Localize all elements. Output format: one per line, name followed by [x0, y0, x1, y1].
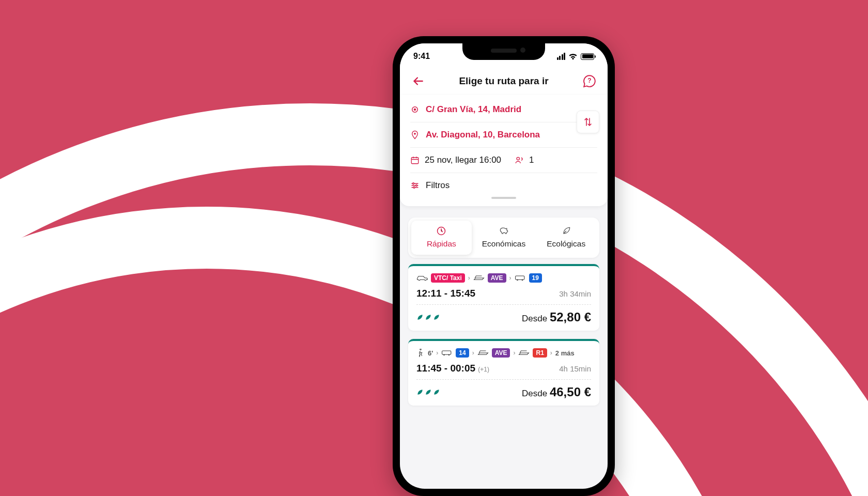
svg-point-5: [517, 157, 519, 160]
leaf-icon: [433, 389, 440, 396]
train-icon: [518, 349, 530, 357]
pin-icon: [410, 130, 420, 140]
svg-point-3: [414, 133, 416, 135]
svg-text:?: ?: [587, 77, 591, 84]
swap-button[interactable]: [577, 111, 599, 133]
app-screen: 9:41 Elige tu ruta para ir ? C/ Gran Vía…: [400, 43, 608, 489]
chevron-right-icon: ›: [468, 274, 470, 282]
result-card[interactable]: 6' › 14 › AVE › R1 › 2 más 11:45 - 00:05…: [408, 339, 599, 406]
leaf-icon: [416, 389, 424, 396]
segment-badge: 14: [456, 348, 469, 358]
leaf-icon: [416, 314, 424, 321]
svg-point-2: [414, 109, 416, 111]
day-offset: (+1): [478, 366, 489, 373]
divider: [416, 379, 591, 380]
filters-icon: [410, 181, 420, 190]
tab-fast-label: Rápidas: [427, 239, 456, 248]
eco-rating: [416, 314, 440, 321]
chevron-right-icon: ›: [472, 349, 474, 357]
destination-field[interactable]: Av. Diagonal, 10, Barcelona: [410, 122, 597, 148]
passengers-field[interactable]: 1: [515, 155, 534, 165]
walk-duration: 6': [428, 349, 433, 357]
leaf-icon: [425, 389, 432, 396]
chevron-right-icon: ›: [550, 349, 552, 357]
walk-icon: [416, 349, 425, 357]
route-segments: VTC/ Taxi › AVE › 19: [416, 273, 591, 283]
departure-arrival-time: 11:45 - 00:05 (+1): [416, 363, 489, 374]
train-icon: [473, 274, 485, 282]
wifi-icon: [568, 53, 578, 60]
search-card: C/ Gran Vía, 14, Madrid Av. Diagonal, 10…: [400, 95, 608, 206]
help-chat-icon[interactable]: ?: [583, 74, 596, 88]
sort-tabs: Rápidas Económicas Ecológicas: [408, 218, 599, 258]
bus-icon: [515, 274, 526, 282]
duration: 4h 15min: [559, 364, 591, 373]
leaf-icon: [433, 314, 440, 321]
svg-rect-4: [411, 158, 419, 164]
svg-point-8: [413, 187, 415, 188]
calendar-icon: [410, 156, 420, 165]
segment-badge: AVE: [492, 348, 510, 358]
filters-label: Filtros: [426, 180, 450, 191]
swap-icon: [583, 117, 593, 127]
back-arrow-icon[interactable]: [411, 74, 425, 88]
price-label: Desde: [522, 389, 547, 398]
origin-dot-icon: [410, 105, 420, 114]
svg-point-7: [416, 185, 417, 187]
passengers-text: 1: [529, 155, 534, 165]
tab-fast[interactable]: Rápidas: [411, 221, 472, 255]
result-card[interactable]: VTC/ Taxi › AVE › 19 12:11 - 15:45 3h 34…: [408, 264, 599, 331]
origin-text: C/ Gran Vía, 14, Madrid: [426, 104, 521, 115]
duration: 3h 34min: [559, 289, 591, 298]
svg-point-6: [413, 183, 414, 184]
datetime-field[interactable]: 25 nov, llegar 16:00: [410, 155, 501, 165]
chevron-right-icon: ›: [509, 274, 512, 282]
price-amount: 52,80 €: [550, 310, 591, 324]
origin-field[interactable]: C/ Gran Vía, 14, Madrid: [410, 97, 597, 122]
passengers-icon: [515, 156, 524, 165]
piggy-icon: [499, 226, 509, 236]
price: Desde 46,50 €: [522, 385, 591, 399]
phone-frame: 9:41 Elige tu ruta para ir ? C/ Gran Vía…: [393, 36, 615, 496]
tab-eco-label: Ecológicas: [547, 239, 585, 248]
page-title: Elige tu ruta para ir: [459, 75, 548, 87]
leaf-icon: [425, 314, 432, 321]
divider: [416, 304, 591, 305]
route-segments: 6' › 14 › AVE › R1 › 2 más: [416, 348, 591, 358]
svg-rect-10: [515, 276, 524, 280]
tab-eco[interactable]: Ecológicas: [536, 221, 596, 255]
segment-badge: AVE: [488, 273, 506, 283]
svg-point-11: [517, 280, 518, 281]
svg-point-15: [448, 354, 450, 355]
signal-icon: [557, 53, 566, 60]
app-header: Elige tu ruta para ir ?: [400, 69, 608, 95]
more-segments: 2 más: [555, 349, 575, 357]
status-time: 9:41: [413, 52, 430, 61]
price-amount: 46,50 €: [550, 385, 591, 399]
chevron-right-icon: ›: [513, 349, 515, 357]
drag-handle[interactable]: [491, 197, 516, 199]
tab-economic-label: Económicas: [482, 239, 525, 248]
svg-point-12: [521, 280, 522, 281]
train-icon: [477, 349, 489, 357]
segment-badge: R1: [533, 348, 547, 358]
bus-icon: [441, 349, 453, 357]
svg-point-14: [444, 354, 445, 355]
segment-badge: VTC/ Taxi: [431, 273, 465, 283]
battery-icon: [581, 53, 594, 60]
departure-arrival-time: 12:11 - 15:45: [416, 288, 475, 299]
eco-rating: [416, 389, 440, 396]
price-label: Desde: [522, 314, 547, 323]
filters-button[interactable]: Filtros: [410, 173, 597, 194]
tab-economic[interactable]: Económicas: [474, 221, 534, 255]
price: Desde 52,80 €: [522, 310, 591, 324]
segment-badge: 19: [529, 273, 542, 283]
clock-icon: [436, 226, 446, 236]
results-list: VTC/ Taxi › AVE › 19 12:11 - 15:45 3h 34…: [400, 264, 608, 406]
datetime-text: 25 nov, llegar 16:00: [425, 155, 501, 165]
car-icon: [416, 274, 428, 282]
leaf-icon: [561, 226, 571, 236]
phone-notch: [462, 43, 545, 60]
chevron-right-icon: ›: [436, 349, 438, 357]
destination-text: Av. Diagonal, 10, Barcelona: [426, 130, 540, 140]
